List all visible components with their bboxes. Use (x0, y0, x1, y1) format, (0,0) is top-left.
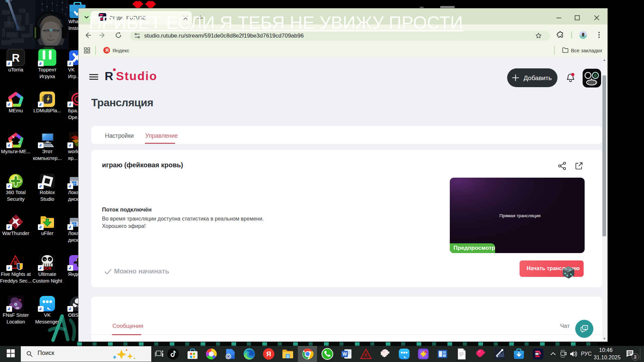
svg-text:0: 0 (594, 73, 596, 78)
svg-text:JCN: JCN (43, 266, 51, 271)
svg-text:Я: Я (266, 350, 271, 358)
svg-text:?: ? (584, 326, 586, 329)
svg-text:R: R (12, 52, 20, 64)
svg-text:W: W (342, 352, 347, 357)
